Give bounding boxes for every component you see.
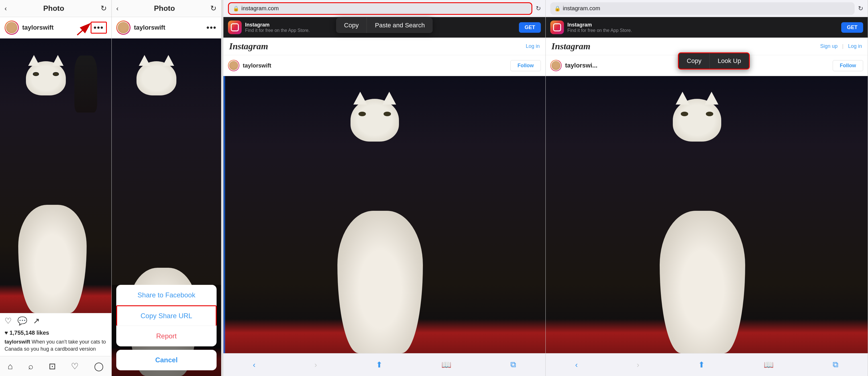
cat-head (26, 61, 66, 95)
cat-body (18, 205, 87, 313)
follow-button-4[interactable]: Follow (833, 60, 863, 71)
browser-bottom-nav-3: ‹ › ⬆ 📖 ⧉ (223, 353, 546, 376)
cat-head-2 (136, 61, 176, 95)
reload-button-4[interactable]: ↻ (858, 5, 863, 12)
profile-row-2: taylorswift ••• (112, 17, 221, 38)
share-facebook-item[interactable]: Share to Facebook (116, 285, 217, 305)
instagram-logo-3: Instagram (229, 41, 268, 52)
panel-safari-2: 🔒 instagram.com ↻ Instagram Find it for … (546, 0, 868, 376)
address-bar-3[interactable]: 🔒 instagram.com (228, 2, 532, 15)
tabs-nav-3[interactable]: ⧉ (510, 360, 516, 370)
avatar-inner-1 (5, 21, 18, 34)
context-menu-4: Copy Look Up (678, 53, 750, 69)
svg-line-1 (77, 24, 90, 35)
signup-link-4[interactable]: Sign up (820, 43, 838, 49)
share-button-1[interactable]: ↗ (33, 316, 40, 325)
username-2[interactable]: taylorswift (134, 24, 203, 31)
camera-nav-icon-1[interactable]: ⊡ (49, 361, 56, 371)
follow-button-3[interactable]: Follow (510, 60, 541, 71)
home-nav-icon-1[interactable]: ⌂ (8, 362, 13, 371)
action-sheet: Share to Facebook Copy Share URL Report … (112, 285, 221, 376)
cat-ear-right-3 (382, 92, 396, 104)
browser-photo-4 (546, 76, 868, 353)
login-link-4[interactable]: Log in (848, 43, 862, 49)
reload-icon-1[interactable]: ↻ (101, 4, 107, 13)
browser-username-4[interactable]: taylorswi... (565, 62, 616, 69)
auth-separator-4: | (842, 43, 843, 49)
paste-search-button[interactable]: Paste and Search (367, 18, 433, 33)
reload-icon-2[interactable]: ↻ (210, 4, 217, 13)
instagram-icon-inner-3 (231, 23, 239, 31)
search-nav-icon-1[interactable]: ⌕ (28, 362, 33, 371)
avatar-1 (5, 21, 19, 35)
avatar-inner-3 (228, 60, 239, 71)
reload-button-3[interactable]: ↻ (536, 5, 541, 12)
back-button-2[interactable]: ‹ (116, 5, 119, 12)
instagram-app-icon-3 (228, 21, 242, 34)
cancel-button[interactable]: Cancel (116, 350, 217, 370)
tabs-nav-4[interactable]: ⧉ (833, 360, 838, 370)
share-nav-3[interactable]: ⬆ (376, 360, 382, 370)
cat-eye-right (53, 72, 59, 76)
selection-indicator-3 (223, 76, 225, 353)
likes-count-1: ♥ 1,755,148 likes (0, 328, 112, 337)
browser-topbar-4: 🔒 instagram.com ↻ (546, 0, 868, 17)
profile-nav-icon-1[interactable]: ◯ (94, 361, 104, 371)
cat-ear-right (52, 55, 64, 66)
more-options-button-2[interactable]: ••• (207, 23, 217, 32)
cat-eye-right-4 (706, 112, 713, 116)
browser-username-3[interactable]: taylorswift (243, 62, 510, 69)
report-item[interactable]: Report (116, 326, 217, 346)
back-nav-4[interactable]: ‹ (575, 361, 578, 370)
avatar-inner-2 (117, 21, 130, 34)
copy-share-url-item[interactable]: Copy Share URL (116, 305, 217, 326)
page-title-2: Photo (154, 4, 175, 13)
browser-profile-row-3: taylorswift Follow (223, 55, 546, 76)
panel-instagram-share: ‹ Photo ↻ taylorswift ••• Share to Faceb… (112, 0, 223, 376)
copy-button-toolbar[interactable]: Copy (336, 18, 367, 33)
caption-1: taylorswift When you can't take your cat… (0, 337, 112, 356)
profile-row-1: taylorswift ••• (0, 17, 112, 38)
topbar-2: ‹ Photo ↻ (112, 0, 221, 17)
panel-instagram-normal: ‹ Photo ↻ taylorswift ••• (0, 0, 112, 376)
back-nav-3[interactable]: ‹ (253, 361, 255, 370)
get-app-button-3[interactable]: GET (519, 22, 541, 33)
bookmarks-nav-4[interactable]: 📖 (764, 360, 774, 370)
activity-nav-icon-1[interactable]: ♡ (71, 361, 79, 371)
photo-1 (0, 38, 112, 313)
action-sheet-card: Share to Facebook Copy Share URL Report (116, 285, 217, 346)
share-nav-4[interactable]: ⬆ (698, 360, 705, 370)
cat-head-3 (350, 99, 399, 142)
browser-site-header-3: Instagram Log in (223, 38, 546, 55)
avatar-face-4 (551, 60, 560, 71)
avatar-3 (228, 60, 239, 71)
back-button-1[interactable]: ‹ (5, 5, 7, 12)
bookmarks-nav-3[interactable]: 📖 (441, 360, 452, 370)
cat-ear-right-2 (163, 55, 174, 66)
get-app-button-4[interactable]: GET (841, 22, 863, 33)
cat-ear-left-2 (139, 55, 150, 66)
address-bar-4[interactable]: 🔒 instagram.com (550, 2, 855, 15)
cat-body-3 (337, 211, 423, 353)
lookup-context-item[interactable]: Look Up (710, 53, 749, 69)
lock-icon-4: 🔒 (554, 5, 560, 12)
auth-links-3: Log in (526, 43, 540, 49)
actions-row-1: ♡ 💬 ↗ (0, 313, 112, 328)
cat-eye-left-4 (681, 112, 688, 116)
like-button-1[interactable]: ♡ (5, 316, 12, 325)
comment-button-1[interactable]: 💬 (18, 316, 27, 325)
red-arrow-annotation (71, 19, 94, 36)
bottom-nav-1: ⌂ ⌕ ⊡ ♡ ◯ (0, 356, 112, 376)
avatar-face-1 (6, 21, 18, 34)
browser-bottom-nav-4: ‹ › ⬆ 📖 ⧉ (546, 353, 868, 376)
instagram-icon-inner-4 (553, 23, 561, 31)
cat-head-4 (673, 99, 721, 142)
avatar-face-3 (229, 60, 238, 71)
login-link-3[interactable]: Log in (526, 43, 540, 49)
cat-eye-left (33, 72, 39, 76)
avatar-inner-4 (551, 60, 561, 71)
browser-photo-3 (223, 76, 546, 353)
forward-nav-4: › (637, 361, 639, 370)
page-title-1: Photo (43, 4, 64, 13)
copy-context-item[interactable]: Copy (679, 53, 710, 69)
